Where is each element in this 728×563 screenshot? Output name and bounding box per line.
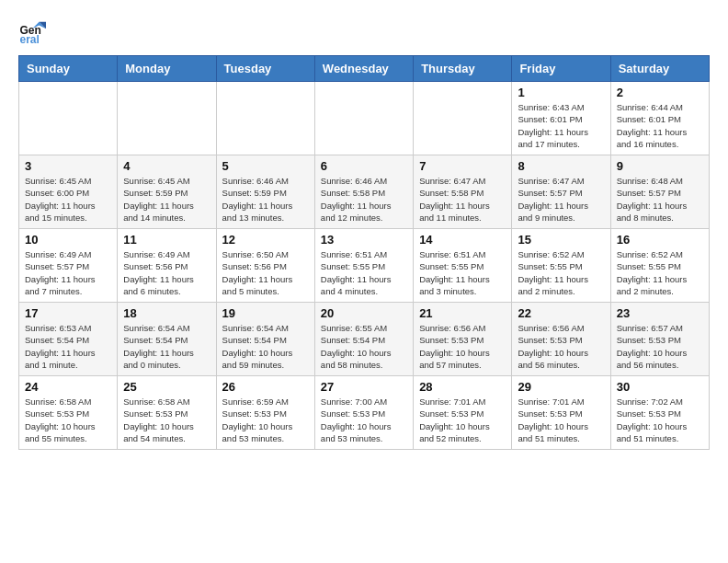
calendar-cell: 5Sunrise: 6:46 AM Sunset: 5:59 PM Daylig… <box>216 155 314 229</box>
day-number: 22 <box>518 306 604 320</box>
calendar-table: SundayMondayTuesdayWednesdayThursdayFrid… <box>18 55 710 450</box>
day-number: 20 <box>321 306 407 320</box>
calendar-cell: 18Sunrise: 6:54 AM Sunset: 5:54 PM Dayli… <box>118 303 216 376</box>
day-number: 1 <box>518 86 604 99</box>
calendar-cell: 20Sunrise: 6:55 AM Sunset: 5:54 PM Dayli… <box>314 303 413 376</box>
day-info: Sunrise: 6:55 AM Sunset: 5:54 PM Dayligh… <box>321 322 407 371</box>
day-number: 23 <box>617 306 703 320</box>
calendar-cell: 3Sunrise: 6:45 AM Sunset: 6:00 PM Daylig… <box>19 155 118 229</box>
day-info: Sunrise: 6:56 AM Sunset: 5:53 PM Dayligh… <box>518 322 604 371</box>
calendar-cell: 24Sunrise: 6:58 AM Sunset: 5:53 PM Dayli… <box>19 376 118 450</box>
day-info: Sunrise: 6:56 AM Sunset: 5:53 PM Dayligh… <box>419 322 506 371</box>
day-info: Sunrise: 6:52 AM Sunset: 5:55 PM Dayligh… <box>518 248 604 297</box>
calendar-cell: 25Sunrise: 6:58 AM Sunset: 5:53 PM Dayli… <box>118 376 216 450</box>
calendar-cell: 21Sunrise: 6:56 AM Sunset: 5:53 PM Dayli… <box>414 303 512 376</box>
page-header: Gen eral <box>18 18 710 46</box>
day-number: 30 <box>617 380 703 394</box>
day-number: 26 <box>222 380 309 394</box>
day-info: Sunrise: 6:48 AM Sunset: 5:57 PM Dayligh… <box>617 175 703 224</box>
calendar-cell: 4Sunrise: 6:45 AM Sunset: 5:59 PM Daylig… <box>118 155 216 229</box>
day-number: 21 <box>419 306 506 320</box>
day-number: 27 <box>321 380 407 394</box>
calendar-cell <box>216 82 314 155</box>
day-number: 15 <box>518 233 604 247</box>
weekday-header: Sunday <box>19 56 118 82</box>
day-info: Sunrise: 7:00 AM Sunset: 5:53 PM Dayligh… <box>321 396 407 444</box>
weekday-header: Wednesday <box>314 56 413 82</box>
day-number: 4 <box>123 159 210 173</box>
calendar-cell: 13Sunrise: 6:51 AM Sunset: 5:55 PM Dayli… <box>314 229 413 303</box>
calendar-cell: 22Sunrise: 6:56 AM Sunset: 5:53 PM Dayli… <box>512 303 610 376</box>
day-info: Sunrise: 6:46 AM Sunset: 5:58 PM Dayligh… <box>321 175 407 224</box>
day-number: 13 <box>321 233 407 247</box>
day-info: Sunrise: 7:02 AM Sunset: 5:53 PM Dayligh… <box>617 396 703 444</box>
day-number: 28 <box>419 380 506 394</box>
calendar-cell: 27Sunrise: 7:00 AM Sunset: 5:53 PM Dayli… <box>314 376 413 450</box>
day-info: Sunrise: 6:49 AM Sunset: 5:57 PM Dayligh… <box>25 248 111 297</box>
day-number: 12 <box>222 233 309 247</box>
calendar-week-row: 17Sunrise: 6:53 AM Sunset: 5:54 PM Dayli… <box>19 303 710 376</box>
calendar-cell: 30Sunrise: 7:02 AM Sunset: 5:53 PM Dayli… <box>610 376 709 450</box>
day-info: Sunrise: 6:47 AM Sunset: 5:58 PM Dayligh… <box>419 175 506 224</box>
calendar-cell: 26Sunrise: 6:59 AM Sunset: 5:53 PM Dayli… <box>216 376 314 450</box>
calendar-cell: 28Sunrise: 7:01 AM Sunset: 5:53 PM Dayli… <box>414 376 512 450</box>
calendar-cell: 16Sunrise: 6:52 AM Sunset: 5:55 PM Dayli… <box>610 229 709 303</box>
calendar-cell: 23Sunrise: 6:57 AM Sunset: 5:53 PM Dayli… <box>610 303 709 376</box>
logo-icon: Gen eral <box>18 18 46 46</box>
calendar-cell: 15Sunrise: 6:52 AM Sunset: 5:55 PM Dayli… <box>512 229 610 303</box>
day-number: 6 <box>321 159 407 173</box>
day-info: Sunrise: 6:46 AM Sunset: 5:59 PM Dayligh… <box>222 175 309 224</box>
calendar-cell <box>414 82 512 155</box>
day-info: Sunrise: 6:51 AM Sunset: 5:55 PM Dayligh… <box>419 248 506 297</box>
day-number: 10 <box>25 233 111 247</box>
weekday-header: Saturday <box>610 56 709 82</box>
day-info: Sunrise: 6:45 AM Sunset: 5:59 PM Dayligh… <box>123 175 210 224</box>
calendar-week-row: 3Sunrise: 6:45 AM Sunset: 6:00 PM Daylig… <box>19 155 710 229</box>
day-number: 18 <box>123 306 210 320</box>
day-info: Sunrise: 6:58 AM Sunset: 5:53 PM Dayligh… <box>25 396 111 444</box>
day-info: Sunrise: 6:58 AM Sunset: 5:53 PM Dayligh… <box>123 396 210 444</box>
day-info: Sunrise: 6:51 AM Sunset: 5:55 PM Dayligh… <box>321 248 407 297</box>
day-info: Sunrise: 6:54 AM Sunset: 5:54 PM Dayligh… <box>222 322 309 371</box>
day-info: Sunrise: 6:54 AM Sunset: 5:54 PM Dayligh… <box>123 322 210 371</box>
day-number: 29 <box>518 380 604 394</box>
calendar-cell: 19Sunrise: 6:54 AM Sunset: 5:54 PM Dayli… <box>216 303 314 376</box>
day-info: Sunrise: 6:57 AM Sunset: 5:53 PM Dayligh… <box>617 322 703 371</box>
day-info: Sunrise: 6:47 AM Sunset: 5:57 PM Dayligh… <box>518 175 604 224</box>
calendar-cell: 14Sunrise: 6:51 AM Sunset: 5:55 PM Dayli… <box>414 229 512 303</box>
day-number: 25 <box>123 380 210 394</box>
calendar-cell: 1Sunrise: 6:43 AM Sunset: 6:01 PM Daylig… <box>512 82 610 155</box>
day-info: Sunrise: 6:52 AM Sunset: 5:55 PM Dayligh… <box>617 248 703 297</box>
day-info: Sunrise: 7:01 AM Sunset: 5:53 PM Dayligh… <box>518 396 604 444</box>
calendar-cell <box>314 82 413 155</box>
calendar-cell: 10Sunrise: 6:49 AM Sunset: 5:57 PM Dayli… <box>19 229 118 303</box>
calendar-cell: 8Sunrise: 6:47 AM Sunset: 5:57 PM Daylig… <box>512 155 610 229</box>
weekday-header: Monday <box>118 56 216 82</box>
day-number: 3 <box>25 159 111 173</box>
calendar-cell: 17Sunrise: 6:53 AM Sunset: 5:54 PM Dayli… <box>19 303 118 376</box>
calendar-cell: 9Sunrise: 6:48 AM Sunset: 5:57 PM Daylig… <box>610 155 709 229</box>
day-number: 14 <box>419 233 506 247</box>
day-info: Sunrise: 6:45 AM Sunset: 6:00 PM Dayligh… <box>25 175 111 224</box>
weekday-header: Friday <box>512 56 610 82</box>
calendar-week-row: 1Sunrise: 6:43 AM Sunset: 6:01 PM Daylig… <box>19 82 710 155</box>
day-info: Sunrise: 6:53 AM Sunset: 5:54 PM Dayligh… <box>25 322 111 371</box>
day-number: 7 <box>419 159 506 173</box>
day-number: 2 <box>617 86 703 99</box>
calendar-week-row: 10Sunrise: 6:49 AM Sunset: 5:57 PM Dayli… <box>19 229 710 303</box>
day-number: 17 <box>25 306 111 320</box>
day-info: Sunrise: 6:50 AM Sunset: 5:56 PM Dayligh… <box>222 248 309 297</box>
weekday-header: Tuesday <box>216 56 314 82</box>
day-info: Sunrise: 6:49 AM Sunset: 5:56 PM Dayligh… <box>123 248 210 297</box>
day-number: 11 <box>123 233 210 247</box>
day-number: 16 <box>617 233 703 247</box>
day-info: Sunrise: 7:01 AM Sunset: 5:53 PM Dayligh… <box>419 396 506 444</box>
calendar-cell: 6Sunrise: 6:46 AM Sunset: 5:58 PM Daylig… <box>314 155 413 229</box>
calendar-cell: 11Sunrise: 6:49 AM Sunset: 5:56 PM Dayli… <box>118 229 216 303</box>
calendar-cell: 2Sunrise: 6:44 AM Sunset: 6:01 PM Daylig… <box>610 82 709 155</box>
day-info: Sunrise: 6:44 AM Sunset: 6:01 PM Dayligh… <box>617 101 703 150</box>
calendar-cell: 7Sunrise: 6:47 AM Sunset: 5:58 PM Daylig… <box>414 155 512 229</box>
calendar-cell <box>19 82 118 155</box>
day-number: 24 <box>25 380 111 394</box>
calendar-header-row: SundayMondayTuesdayWednesdayThursdayFrid… <box>19 56 710 82</box>
